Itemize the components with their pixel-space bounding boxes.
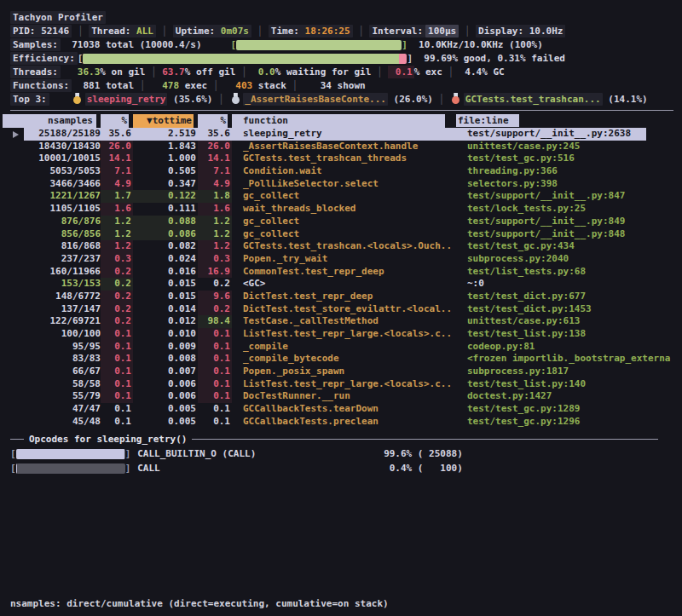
table-row[interactable]: 18430/1843026.01.84326.0_AssertRaisesBas…: [10, 141, 682, 153]
table-row[interactable]: 95/950.10.0090.1_compilecodeop.py:81: [10, 341, 682, 354]
opcode-pct: 99.6%: [327, 446, 412, 461]
top3-item-1-pct: (35.6%): [167, 94, 212, 105]
table-row[interactable]: 137/1470.20.0140.2DictTest.test_store_ev…: [10, 303, 682, 316]
cell-tottime: 1.843: [133, 141, 198, 153]
column-header-pct-cumulative[interactable]: %: [198, 114, 232, 128]
cell-file-line: test/support/__init__.py:847: [454, 190, 682, 203]
column-header-tottime-sorted[interactable]: ▼tottime: [133, 114, 198, 128]
table-row[interactable]: 160/119660.20.01616.9CommonTest.test_rep…: [10, 266, 682, 279]
cell-pct-direct: 0.1: [101, 390, 133, 403]
cell-function: <GC>: [232, 278, 454, 291]
column-header-pct-direct[interactable]: %: [101, 114, 133, 128]
table-row[interactable]: 58/580.10.0060.1ListTest.test_repr_large…: [10, 378, 682, 391]
cell-nsamples: 5053/5053: [10, 165, 101, 178]
threads-row: Threads: 36.3% on gil 63.7% off gil 0.0%…: [10, 66, 682, 79]
cell-nsamples: 856/856: [10, 228, 101, 241]
table-row[interactable]: 1105/11051.60.1111.6wait_threads_blocked…: [10, 203, 682, 216]
table-row[interactable]: 148/67720.20.0159.6DictTest.test_repr_de…: [10, 291, 682, 303]
table-row[interactable]: 237/2370.30.0240.3Popen._try_waitsubproc…: [10, 253, 682, 266]
cell-file-line: threading.py:366: [454, 165, 682, 178]
cell-tottime: 0.016: [133, 266, 198, 279]
table-row[interactable]: 55/790.10.0060.1DocTestRunner.__rundocte…: [10, 390, 682, 403]
cell-function: TestCase._callTestMethod: [232, 315, 454, 328]
cell-function: Popen._try_wait: [232, 253, 454, 266]
table-row[interactable]: 5053/50537.10.5057.1Condition.waitthread…: [10, 165, 682, 178]
cell-tottime: 0.007: [133, 366, 198, 378]
threads-exc-text: % exc: [414, 66, 442, 78]
cell-tottime: 0.111: [133, 203, 198, 216]
column-header-function[interactable]: function: [232, 114, 454, 128]
cell-tottime: 0.009: [133, 341, 198, 354]
divider: [292, 80, 298, 91]
table-row[interactable]: 876/8761.20.0881.2gc_collecttest/support…: [10, 216, 682, 228]
table-row[interactable]: 100/1000.10.0100.1ListTest.test_repr_lar…: [10, 328, 682, 341]
cell-tottime: 0.088: [133, 216, 198, 228]
table-row[interactable]: 47/470.10.0050.1GCCallbackTests.tearDown…: [10, 403, 682, 416]
cell-function: Condition.wait: [232, 165, 454, 178]
top3-row: Top 3:sleeping_retry (35.6%) _AssertRais…: [10, 93, 682, 107]
table-row[interactable]: 66/670.10.0070.1Popen._posix_spawnsubpro…: [10, 366, 682, 378]
cell-pct-direct: 1.7: [101, 190, 133, 203]
cell-file-line: test/test_gc.py:1296: [454, 416, 682, 429]
cell-pct-cumulative: 14.1: [198, 153, 232, 165]
cell-tottime: 0.086: [133, 228, 198, 241]
divider: [140, 80, 146, 91]
samples-row: Samples: 71038 total (10000.4/s)[] 10.0K…: [10, 38, 682, 52]
efficiency-label: Efficiency:: [10, 52, 78, 65]
separator-dash-left: [10, 439, 24, 440]
cell-pct-cumulative: 1.6: [198, 203, 232, 216]
table-row[interactable]: 816/8681.20.0821.2GCTests.test_trashcan.…: [10, 240, 682, 253]
threads-gc-value: 4.4: [459, 66, 483, 78]
cell-function: gc_collect: [232, 228, 454, 241]
opcode-bar-fill: [16, 463, 17, 474]
table-row[interactable]: 25188/2518935.62.51935.6sleeping_retryte…: [10, 128, 682, 141]
cell-pct-cumulative: 1.2: [198, 228, 232, 241]
cell-nsamples: 237/237: [10, 253, 101, 266]
divider: [257, 26, 263, 37]
table-row[interactable]: 856/8561.20.0861.2gc_collecttest/support…: [10, 228, 682, 241]
opcode-count: ( 25088): [412, 448, 463, 459]
threads-label: Threads:: [10, 66, 61, 78]
cell-nsamples: 25188/25189: [10, 128, 101, 141]
cell-file-line: test/list_tests.py:68: [454, 266, 682, 279]
uptime-label: Uptime:: [176, 26, 215, 37]
functions-exec-value: 478: [151, 80, 179, 91]
table-row[interactable]: 3466/34664.90.3474.9_PollLikeSelector.se…: [10, 178, 682, 191]
table-row[interactable]: 45/480.10.0050.1GCCallbackTests.preclean…: [10, 416, 682, 429]
cell-file-line: unittest/case.py:613: [454, 315, 682, 328]
table-row[interactable]: 122/697210.20.01298.4TestCase._callTestM…: [10, 315, 682, 328]
column-header-nsamples[interactable]: nsamples: [3, 114, 101, 128]
table-row[interactable]: 83/830.10.0080.1_compile_bytecode<frozen…: [10, 353, 682, 366]
thread-group[interactable]: Thread: ALL: [89, 25, 156, 37]
cell-pct-cumulative: 9.6: [198, 291, 232, 303]
cell-file-line: test/support/__init__.py:849: [454, 216, 682, 228]
cell-pct-direct: 0.2: [101, 291, 133, 303]
samples-bar-open-bracket: [: [231, 39, 237, 50]
cell-file-line: <frozen importlib._bootstrap_externa: [454, 353, 682, 366]
opcode-bar-open-bracket: [: [10, 448, 16, 459]
cell-pct-cumulative: 35.6: [198, 128, 232, 141]
cell-pct-cumulative: 7.1: [198, 165, 232, 178]
opcodes-section-title: Opcodes for sleeping_retry(): [24, 434, 192, 445]
cell-pct-cumulative: 0.1: [198, 378, 232, 391]
app-title: Tachyon Profiler: [10, 11, 106, 24]
samples-text: 71038 total (10000.4/s): [61, 39, 202, 50]
opcode-bar: [16, 463, 125, 474]
cell-nsamples: 66/67: [10, 366, 101, 378]
interval-value[interactable]: 100µs: [425, 25, 459, 37]
cell-function: ListTest.test_repr_large.<locals>.c...: [232, 328, 454, 341]
cell-pct-direct: 4.9: [101, 178, 133, 191]
functions-row: Functions: 881 total 478 exec 403 stack …: [10, 79, 682, 93]
gold-medal-icon: [73, 93, 82, 104]
cell-function: gc_collect: [232, 216, 454, 228]
table-row[interactable]: 1221/12671.70.1221.8gc_collecttest/suppo…: [10, 190, 682, 203]
cell-tottime: 0.014: [133, 303, 198, 316]
profiler-terminal: Tachyon Profiler PID: 52146 Thread: ALL …: [0, 0, 682, 616]
table-row[interactable]: 10001/1001514.11.00014.1GCTests.test_tra…: [10, 153, 682, 165]
cell-pct-direct: 35.6: [101, 128, 133, 141]
table-row[interactable]: 153/1530.20.0150.2<GC>~:0: [10, 278, 682, 291]
cell-nsamples: 3466/3466: [10, 178, 101, 191]
opcode-count: ( 100): [412, 463, 463, 474]
column-header-file-line[interactable]: file:line: [456, 114, 523, 127]
time-label: Time:: [271, 26, 299, 37]
